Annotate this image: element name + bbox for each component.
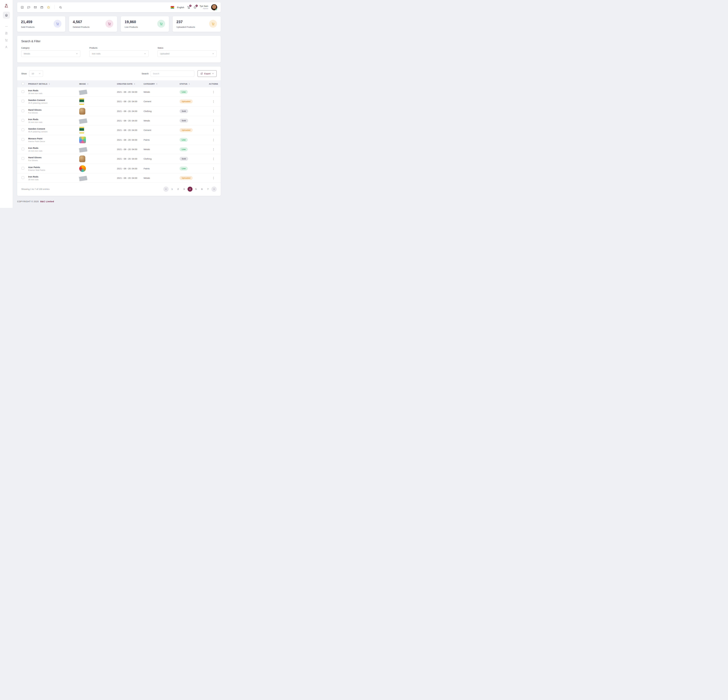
sort-status[interactable]: STATUS	[179, 83, 206, 85]
search-icon[interactable]	[59, 6, 62, 9]
sort-icon	[87, 83, 88, 85]
selected-value: Metals	[24, 52, 30, 55]
kebab-menu-icon[interactable]: ⋮	[212, 176, 215, 179]
sort-category[interactable]: CATEGORY	[144, 83, 179, 85]
products-field: Products Iron rods	[90, 47, 149, 57]
notifications-button[interactable]: 4	[194, 6, 197, 9]
export-label: Export	[204, 72, 211, 75]
sidebar	[0, 0, 13, 208]
kebab-menu-icon[interactable]: ⋮	[212, 110, 215, 113]
page-size-select[interactable]: 10	[29, 71, 43, 77]
more-icon[interactable]	[5, 25, 8, 28]
table-search-group: Search	[142, 71, 194, 77]
row-checkbox[interactable]	[22, 157, 24, 160]
sort-icon	[134, 83, 135, 85]
product-name: Monaco Paint	[28, 137, 79, 140]
selected-value: 10	[32, 72, 34, 75]
product-image	[79, 98, 84, 105]
cart-button[interactable]: 8	[187, 6, 191, 9]
page-button[interactable]: 7	[205, 187, 210, 192]
documents-icon[interactable]	[5, 32, 8, 35]
export-button[interactable]: Export	[198, 70, 217, 77]
chevron-down-icon	[76, 53, 78, 55]
product-name: Hand Gloves	[28, 108, 79, 111]
row-checkbox[interactable]	[22, 138, 24, 141]
kebab-menu-icon[interactable]: ⋮	[212, 138, 215, 141]
company-link[interactable]: B&C Limited	[40, 200, 54, 203]
next-page-button[interactable]	[211, 186, 217, 192]
kebab-menu-icon[interactable]: ⋮	[212, 148, 215, 151]
app-root: ★ English 8 4 Tye Sam Admin	[0, 0, 224, 208]
table-row: Hand GlovesFur Gloves 2021 - 08 - 20: 04…	[17, 154, 221, 164]
page-button[interactable]: 5	[194, 187, 198, 192]
sidebar-item-home[interactable]	[3, 12, 10, 19]
row-checkbox[interactable]	[22, 148, 24, 150]
row-checkbox[interactable]	[22, 128, 24, 131]
user-name: Tye Sam	[199, 5, 208, 7]
stat-label: Uploaded Products	[176, 26, 195, 28]
stat-cards: 21,459 Sold Products 4,567 Deleted Produ…	[17, 16, 221, 32]
prev-page-button[interactable]	[163, 186, 169, 192]
page-button-active[interactable]: 4	[188, 187, 192, 192]
kebab-menu-icon[interactable]: ⋮	[212, 100, 215, 103]
sort-created-date[interactable]: CREATED DATE	[117, 83, 144, 85]
row-checkbox[interactable]	[22, 90, 24, 93]
status-field: Status Uploaded	[157, 47, 217, 57]
kebab-menu-icon[interactable]: ⋮	[212, 157, 215, 160]
user-icon[interactable]	[5, 45, 8, 49]
sort-image[interactable]: IMAGE	[79, 83, 117, 85]
ghana-flag-icon[interactable]: ★	[170, 6, 174, 9]
toolbar-icons	[21, 6, 62, 9]
row-checkbox[interactable]	[22, 110, 24, 112]
kebab-menu-icon[interactable]: ⋮	[212, 128, 215, 131]
row-checkbox[interactable]	[22, 167, 24, 170]
sort-icon	[156, 83, 157, 85]
tasks-icon[interactable]	[21, 6, 24, 9]
page-button[interactable]: 2	[176, 187, 181, 192]
cart-icon[interactable]	[5, 39, 8, 42]
sort-product-details[interactable]: PRODUCT DETAILS	[28, 83, 79, 85]
calendar-icon[interactable]	[40, 6, 43, 9]
page-button[interactable]: 1	[170, 187, 175, 192]
products-table-panel: Show 10 Search Export	[17, 66, 221, 196]
table-row: Hand GlovesFur Gloves 2021 - 08 - 20: 04…	[17, 106, 221, 116]
category-cell: Metals	[144, 116, 179, 125]
stat-value: 21,459	[21, 20, 35, 24]
product-image	[79, 147, 87, 152]
category-cell: Metals	[144, 145, 179, 154]
category-cell: Paints	[144, 135, 179, 145]
cart-count-badge: 8	[189, 4, 192, 7]
language-selector[interactable]: English	[177, 6, 184, 9]
page-button[interactable]: 6	[199, 187, 204, 192]
kebab-menu-icon[interactable]: ⋮	[212, 90, 215, 94]
mail-icon[interactable]	[34, 6, 37, 9]
row-checkbox[interactable]	[22, 176, 24, 179]
product-image	[79, 108, 85, 115]
actions-header: ACTIONS	[209, 83, 218, 85]
kebab-menu-icon[interactable]: ⋮	[212, 167, 215, 170]
products-select[interactable]: Iron rods	[90, 51, 149, 57]
table-row: Sweden Cement45.R platering cement 2021 …	[17, 97, 221, 106]
table-row: Iron Rods16 mm iron rods 2021 - 08 - 20:…	[17, 87, 221, 97]
search-input[interactable]	[151, 71, 194, 77]
chat-icon[interactable]	[27, 6, 30, 9]
copyright-footer: COPYRIGHT © 2020 B&C Limited	[17, 200, 221, 203]
field-label: Status	[157, 47, 217, 49]
brand-logo-icon[interactable]	[4, 3, 9, 8]
favorites-star-icon[interactable]	[47, 6, 50, 9]
row-checkbox[interactable]	[22, 100, 24, 102]
category-field: Category Metals	[21, 47, 80, 57]
row-checkbox[interactable]	[22, 119, 24, 122]
created-date: 2021 - 08 - 20: 04:00	[117, 154, 144, 164]
table-row: Iron Rods16 mm iron rods 2021 - 08 - 20:…	[17, 145, 221, 154]
status-select[interactable]: Uploaded	[157, 51, 217, 57]
chevron-down-icon	[39, 73, 40, 75]
category-select[interactable]: Metals	[21, 51, 80, 57]
pagination: 1 2 3 4 5 6 7	[163, 186, 217, 192]
search-filter-panel: Search & Filter Category Metals Products…	[17, 36, 221, 62]
kebab-menu-icon[interactable]: ⋮	[212, 119, 215, 122]
avatar[interactable]	[211, 4, 217, 10]
select-all-checkbox[interactable]	[22, 82, 24, 85]
page-button[interactable]: 3	[182, 187, 186, 192]
product-desc: 16 mm rods	[28, 179, 79, 181]
